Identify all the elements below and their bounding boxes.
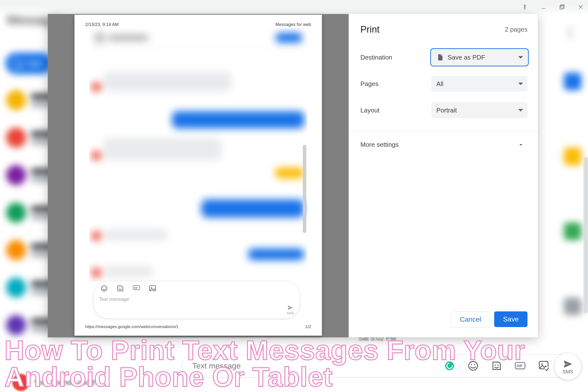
pages-value: All <box>436 80 444 88</box>
svg-point-12 <box>471 364 472 365</box>
sticker-icon[interactable] <box>491 360 502 371</box>
preview-compose-placeholder: Text message <box>99 296 294 302</box>
sheet-count: 2 pages <box>505 26 528 33</box>
preview-header-right: Messages for web <box>276 22 311 27</box>
layout-label: Layout <box>360 106 432 114</box>
preview-footer-pagenum: 1/2 <box>305 324 311 329</box>
save-button-label: Save <box>503 315 519 323</box>
svg-point-29 <box>151 287 152 288</box>
destination-label: Destination <box>360 54 432 61</box>
svg-text:GIF: GIF <box>517 364 522 368</box>
compose-bar: GIF <box>182 354 581 377</box>
print-dialog: 2/13/23, 9:14 AM Messages for web <box>48 14 538 337</box>
start-chat-label: Star <box>27 58 43 68</box>
preview-gif-icon: GIF <box>133 285 140 292</box>
svg-point-14 <box>495 364 496 366</box>
minimize-button[interactable] <box>540 4 547 11</box>
start-chat-button[interactable]: Star <box>6 53 52 74</box>
print-preview-area[interactable]: 2/13/23, 9:14 AM Messages for web <box>48 14 349 337</box>
layout-value: Portrait <box>436 106 457 114</box>
preview-send-label: SMS <box>287 311 294 315</box>
send-sms-label: SMS <box>562 369 573 374</box>
svg-point-11 <box>469 362 478 370</box>
svg-point-15 <box>497 364 498 366</box>
chat-bubble-icon <box>12 58 22 68</box>
avatar <box>12 374 30 391</box>
vertical-scrollbar[interactable] <box>584 157 588 314</box>
print-options-panel: Print 2 pages Destination Save as PDF Pa… <box>349 14 538 337</box>
destination-value: Save as PDF <box>448 54 485 61</box>
print-preview-page-1: 2/13/23, 9:14 AM Messages for web <box>74 15 322 336</box>
svg-point-2 <box>524 8 525 9</box>
svg-point-24 <box>119 288 120 288</box>
pages-label: Pages <box>360 80 432 88</box>
compose-input[interactable] <box>192 361 444 371</box>
preview-header-left: 2/13/23, 9:14 AM <box>85 22 118 27</box>
image-attach-icon[interactable] <box>538 360 549 371</box>
svg-rect-4 <box>561 5 564 8</box>
preview-footer-url: https://messages.google.com/web/conversa… <box>85 324 178 329</box>
preview-send-sms: SMS <box>287 304 294 315</box>
pdf-icon <box>436 54 444 61</box>
svg-point-13 <box>474 364 475 365</box>
preview-image-icon <box>149 285 156 292</box>
close-button[interactable] <box>577 4 584 11</box>
preview-text: Sounds good! <box>50 378 96 386</box>
svg-point-22 <box>103 288 104 288</box>
svg-point-21 <box>102 286 107 291</box>
svg-point-23 <box>105 288 106 288</box>
print-title: Print <box>360 24 380 35</box>
svg-point-0 <box>524 5 525 6</box>
more-vert-icon[interactable] <box>521 4 528 11</box>
more-settings-label: More settings <box>360 141 398 148</box>
svg-point-1 <box>524 6 525 7</box>
layout-select[interactable]: Portrait <box>432 102 528 118</box>
svg-point-25 <box>121 288 122 288</box>
preview-emoji-icon <box>100 285 108 292</box>
preview-sticker-icon <box>116 285 124 292</box>
emoji-icon[interactable] <box>468 360 478 371</box>
divider <box>349 131 539 132</box>
destination-select[interactable]: Save as PDF <box>432 50 528 65</box>
preview-scrollbar <box>303 145 306 233</box>
cancel-button[interactable]: Cancel <box>451 312 490 328</box>
chevron-down-icon <box>517 141 524 148</box>
send-sms-button[interactable]: SMS <box>555 353 581 380</box>
svg-point-8 <box>569 28 571 30</box>
preview-prefix: You: <box>34 378 50 386</box>
svg-point-19 <box>541 363 543 365</box>
app-more-menu[interactable] <box>569 28 571 39</box>
more-settings-toggle[interactable]: More settings <box>360 141 528 148</box>
svg-point-9 <box>569 32 571 34</box>
grammarly-icon[interactable] <box>444 360 455 371</box>
pages-select[interactable]: All <box>432 76 528 92</box>
chevron-down-icon <box>518 82 523 88</box>
gif-icon[interactable]: GIF <box>515 360 526 371</box>
chevron-down-icon <box>518 109 523 114</box>
preview-compose-bar: GIF Text message SMS <box>94 281 300 318</box>
svg-rect-5 <box>560 6 563 9</box>
maximize-button[interactable] <box>558 4 566 11</box>
conversation-preview[interactable]: You: Sounds good! <box>12 374 96 391</box>
chevron-down-icon <box>518 56 523 61</box>
svg-text:GIF: GIF <box>134 287 138 289</box>
cancel-button-label: Cancel <box>460 316 481 324</box>
preview-chat-area: — — — <box>89 28 307 282</box>
svg-point-10 <box>569 36 571 38</box>
save-button[interactable]: Save <box>494 312 528 327</box>
